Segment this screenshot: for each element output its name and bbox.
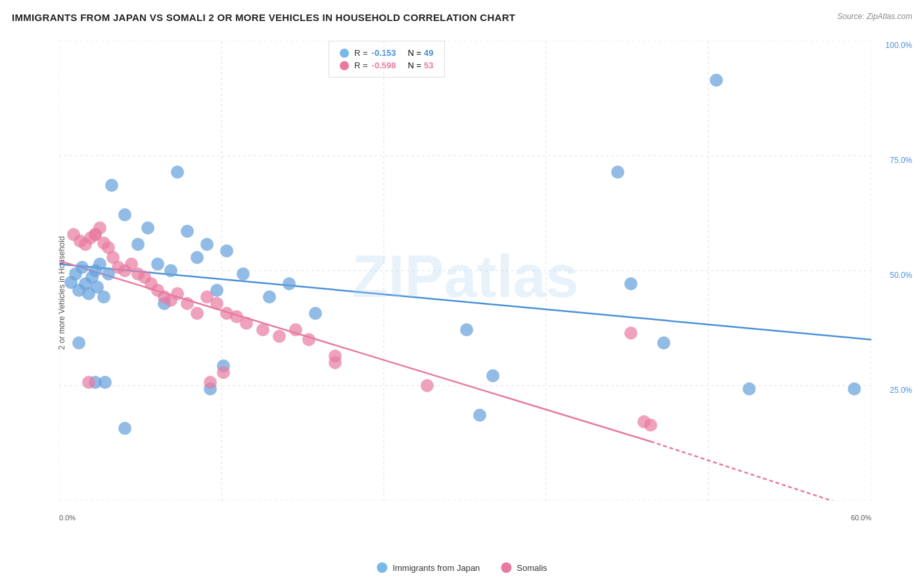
watermark-text: ZIPatlas [352, 244, 578, 309]
data-point-japan [220, 244, 233, 258]
data-point-somali [171, 287, 184, 300]
data-point-japan [72, 336, 85, 349]
y-label-50: 50.0% [885, 271, 912, 280]
data-point-japan [624, 277, 637, 290]
chart-container: IMMIGRANTS FROM JAPAN VS SOMALI 2 OR MOR… [0, 0, 924, 586]
y-label-25: 25.0% [885, 386, 912, 395]
data-point-japan [743, 382, 756, 395]
data-point-somali [289, 323, 302, 336]
data-point-somali [302, 333, 315, 346]
data-point-somali [240, 317, 253, 330]
bottom-legend-japan: Immigrants from Japan [377, 562, 480, 573]
chart-svg: ZIPatlas [59, 41, 871, 501]
data-point-japan [164, 264, 177, 277]
data-point-somali [217, 366, 230, 379]
data-point-japan [710, 74, 723, 87]
data-point-japan [460, 323, 473, 336]
data-point-japan [118, 422, 131, 435]
bottom-legend-label-japan: Immigrants from Japan [392, 563, 480, 573]
y-axis-right-labels: 100.0% 75.0% 50.0% 25.0% [885, 41, 912, 501]
x-axis-labels: 0.0% 60.0% [59, 514, 871, 522]
data-point-japan [200, 238, 214, 251]
data-point-somali [256, 323, 269, 336]
data-point-japan [473, 409, 486, 422]
source-label: Source: ZipAtlas.com [837, 12, 912, 21]
y-label-100: 100.0% [885, 41, 912, 50]
data-point-japan [151, 258, 164, 271]
data-point-japan [237, 267, 250, 281]
chart-title: IMMIGRANTS FROM JAPAN VS SOMALI 2 OR MOR… [12, 12, 515, 23]
data-point-japan [181, 225, 194, 238]
data-point-somali [89, 228, 102, 241]
data-point-japan [99, 376, 112, 389]
data-point-japan [105, 179, 118, 192]
data-point-japan [191, 251, 204, 264]
data-point-japan [657, 336, 670, 349]
data-point-somali [210, 297, 223, 310]
y-label-75: 75.0% [885, 156, 912, 165]
data-point-japan [848, 382, 861, 395]
data-point-somali [329, 356, 342, 369]
svg-line-13 [651, 441, 871, 501]
data-point-somali [624, 327, 637, 340]
data-point-japan [97, 290, 110, 304]
bottom-legend-label-somali: Somalis [517, 563, 547, 573]
x-label-0: 0.0% [59, 514, 76, 522]
data-point-japan [141, 221, 154, 235]
data-point-japan [131, 238, 145, 251]
x-label-60: 60.0% [851, 514, 871, 522]
data-point-japan [118, 208, 131, 221]
data-point-japan [171, 166, 184, 179]
bottom-legend: Immigrants from Japan Somalis [377, 562, 547, 573]
data-point-somali [273, 330, 286, 343]
data-point-japan [76, 261, 89, 274]
data-point-somali [204, 376, 217, 389]
data-point-somali [421, 379, 434, 392]
data-point-japan [309, 307, 322, 320]
bottom-legend-circle-japan [377, 562, 387, 573]
data-point-japan [486, 369, 499, 382]
data-point-japan [283, 277, 296, 290]
data-point-japan [611, 166, 624, 179]
bottom-legend-circle-somali [501, 562, 511, 573]
data-point-somali [644, 418, 657, 432]
bottom-legend-somali: Somalis [501, 562, 547, 573]
data-point-japan [263, 290, 276, 304]
data-point-somali [191, 307, 204, 320]
data-point-somali [181, 297, 194, 310]
data-point-somali [82, 376, 95, 389]
